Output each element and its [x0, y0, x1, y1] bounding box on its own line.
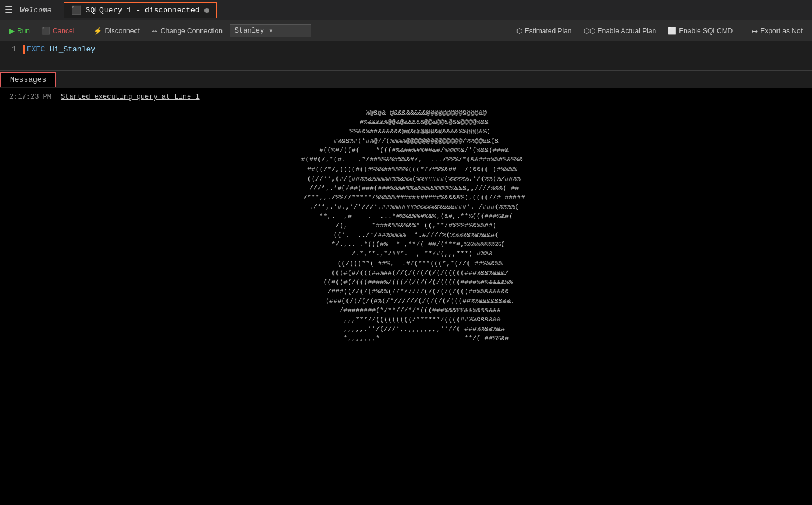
editor-area[interactable]: 1 EXEC Hi_Stanley: [0, 41, 812, 71]
cancel-button[interactable]: ⬛ Cancel: [37, 25, 79, 37]
messages-tab-bar: Messages: [0, 71, 812, 88]
tab-dot-icon: [204, 8, 209, 13]
line-numbers: 1: [0, 45, 23, 54]
run-icon: ▶: [9, 27, 15, 35]
chevron-down-icon: ▾: [269, 26, 273, 35]
estimated-plan-label: Estimated Plan: [525, 27, 572, 35]
connection-name: Stanley: [235, 27, 264, 35]
editor-content[interactable]: EXEC Hi_Stanley: [23, 45, 812, 54]
change-connection-label: Change Connection: [161, 27, 223, 35]
actual-plan-icon: ⬡⬡: [584, 27, 595, 35]
tab-messages[interactable]: Messages: [0, 72, 56, 87]
messages-content[interactable]: 2:17:23 PM Started executing query at Li…: [0, 88, 812, 505]
hamburger-icon[interactable]: ☰: [5, 4, 13, 16]
enable-actual-plan-button[interactable]: ⬡⬡ Enable Actual Plan: [579, 25, 661, 37]
estimated-plan-icon: ⬡: [516, 27, 522, 35]
line-number-1: 1: [0, 45, 16, 54]
enable-sqlcmd-button[interactable]: ⬜ Enable SQLCMD: [663, 25, 737, 37]
tab-label: SQLQuery_1 - disconnected: [86, 6, 200, 15]
estimated-plan-button[interactable]: ⬡ Estimated Plan: [512, 25, 577, 37]
ascii-art-display: %@&@& @&&&&&&&&@@@@@@@@@&@@@&@ #%&&&&%@@…: [9, 108, 803, 343]
disconnect-icon: ⚡: [93, 27, 102, 35]
cancel-icon: ⬛: [41, 27, 50, 35]
enable-actual-plan-label: Enable Actual Plan: [598, 27, 657, 35]
db-icon: ⬛: [71, 5, 81, 15]
export-icon: ↦: [752, 27, 758, 35]
export-label: Export as Not: [760, 27, 803, 35]
enable-sqlcmd-label: Enable SQLCMD: [679, 27, 733, 35]
title-bar: ☰ Welcome ⬛ SQLQuery_1 - disconnected: [0, 0, 812, 20]
sqlcmd-icon: ⬜: [668, 27, 676, 35]
separator-2: [742, 25, 742, 37]
identifier-hi-stanley: Hi_Stanley: [50, 45, 95, 54]
disconnect-button[interactable]: ⚡ Disconnect: [89, 25, 144, 37]
cancel-label: Cancel: [53, 27, 74, 35]
export-button[interactable]: ↦ Export as Not: [747, 25, 807, 37]
toolbar: ▶ Run ⬛ Cancel ⚡ Disconnect ↔ Change Con…: [0, 20, 812, 41]
welcome-tab[interactable]: Welcome: [20, 6, 52, 15]
keyword-exec: EXEC: [27, 45, 45, 54]
disconnect-label: Disconnect: [105, 27, 139, 35]
run-button[interactable]: ▶ Run: [5, 25, 34, 37]
run-label: Run: [17, 27, 30, 35]
toolbar-right: ⬡ Estimated Plan ⬡⬡ Enable Actual Plan ⬜…: [512, 25, 807, 37]
status-text: Started executing query at Line 1: [61, 93, 200, 101]
change-connection-button[interactable]: ↔ Change Connection: [147, 25, 227, 37]
connection-dropdown[interactable]: Stanley ▾: [230, 24, 311, 37]
change-connection-icon: ↔: [151, 27, 158, 35]
timestamp: 2:17:23 PM: [9, 93, 51, 101]
messages-panel: Messages 2:17:23 PM Started executing qu…: [0, 71, 812, 505]
query-tab[interactable]: ⬛ SQLQuery_1 - disconnected: [64, 2, 217, 18]
timestamp-line: 2:17:23 PM Started executing query at Li…: [9, 93, 803, 101]
separator-1: [84, 25, 84, 37]
